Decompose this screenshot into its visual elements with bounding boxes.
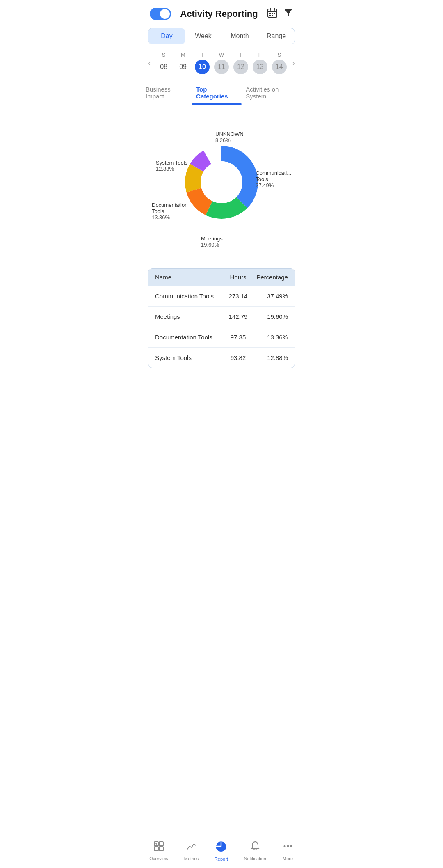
- calendar-day-tue[interactable]: T 10: [195, 52, 210, 74]
- calendar-day-sat[interactable]: S 14: [272, 52, 287, 74]
- period-tabs: Day Week Month Range: [148, 28, 295, 44]
- page-title: Activity Reporting: [171, 9, 267, 19]
- table-row: Meetings 142.79 19.60%: [148, 306, 295, 327]
- tab-day[interactable]: Day: [148, 28, 185, 44]
- tab-week[interactable]: Week: [185, 28, 222, 44]
- tab-activities-on-system[interactable]: Activities on System: [242, 81, 301, 104]
- calendar-day-fri[interactable]: F 13: [253, 52, 267, 74]
- label-unknown: UNKNOWN 8.26%: [215, 131, 244, 143]
- data-table: Name Hours Percentage Communication Tool…: [148, 268, 295, 368]
- table-row: Documentation Tools 97.35 13.36%: [148, 327, 295, 347]
- donut-chart: [180, 141, 263, 223]
- calendar-icon[interactable]: [267, 7, 278, 21]
- svg-rect-5: [272, 13, 273, 14]
- calendar-day-sun[interactable]: S 08: [156, 52, 171, 74]
- table-header: Name Hours Percentage: [148, 269, 295, 286]
- tab-month[interactable]: Month: [222, 28, 258, 44]
- table-row: System Tools 93.82 12.88%: [148, 347, 295, 368]
- calendar-day-wed[interactable]: W 11: [214, 52, 229, 74]
- tab-business-impact[interactable]: Business Impact: [142, 81, 192, 104]
- calendar-day-thu[interactable]: T 12: [233, 52, 248, 74]
- toggle-switch[interactable]: [150, 8, 171, 20]
- calendar-day-mon[interactable]: M 09: [176, 52, 190, 74]
- table-row: Communication Tools 273.14 37.49%: [148, 286, 295, 306]
- header-actions: [267, 7, 293, 21]
- svg-rect-4: [269, 13, 271, 14]
- tab-range[interactable]: Range: [258, 28, 295, 44]
- svg-marker-9: [285, 9, 292, 16]
- label-documentation-tools: Documentation Tools 13.36%: [152, 202, 187, 220]
- section-tabs: Business Impact Top Categories Activitie…: [142, 81, 301, 104]
- label-meetings: Meetings 19.60%: [201, 236, 223, 248]
- filter-icon[interactable]: [283, 8, 293, 20]
- label-communication-tools: Communicati... Tools 37.49%: [256, 170, 291, 188]
- label-system-tools: System Tools 12.88%: [156, 160, 187, 172]
- tab-top-categories[interactable]: Top Categories: [192, 81, 242, 104]
- header: Activity Reporting: [142, 0, 301, 25]
- chart-area: UNKNOWN 8.26% System Tools 12.88% Docume…: [142, 104, 301, 256]
- toggle-track[interactable]: [150, 8, 171, 20]
- svg-rect-7: [269, 15, 271, 16]
- toggle-knob: [160, 9, 170, 19]
- svg-rect-8: [272, 15, 273, 16]
- calendar-navigation: ‹ S 08 M 09 T 10 W 11 T 12 F 13 S 14 ›: [142, 48, 301, 78]
- prev-week-arrow[interactable]: ‹: [145, 58, 154, 68]
- next-week-arrow[interactable]: ›: [289, 58, 298, 68]
- calendar-days: S 08 M 09 T 10 W 11 T 12 F 13 S 14: [154, 52, 289, 74]
- svg-rect-6: [274, 13, 275, 14]
- svg-point-15: [201, 161, 242, 203]
